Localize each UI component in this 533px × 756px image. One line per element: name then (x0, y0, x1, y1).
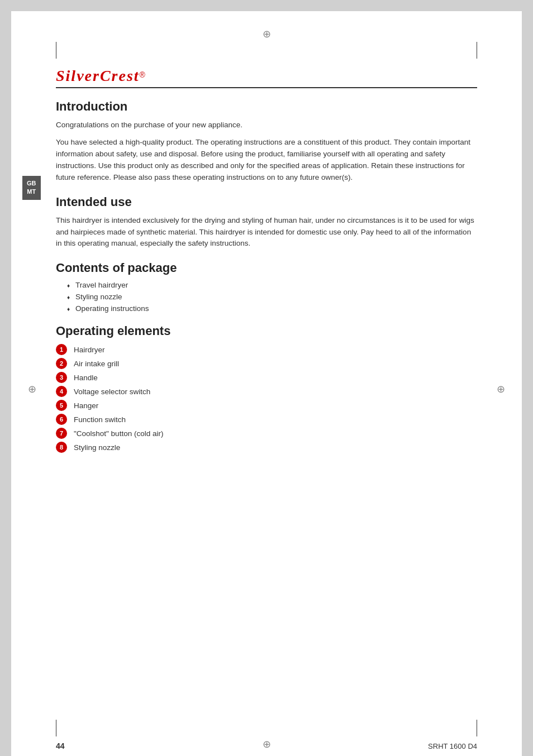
item-number-5: 5 (56, 400, 67, 411)
border-line-top-right (477, 42, 477, 59)
op-item-label-7: "Coolshot" button (cold air) (74, 429, 163, 438)
list-item: ♦ Travel hairdryer (67, 281, 477, 289)
item-number-2: 2 (56, 358, 67, 369)
item-number-6: 6 (56, 414, 67, 425)
contents-item-3: Operating instructions (75, 304, 149, 313)
item-number-7: 7 (56, 428, 67, 439)
contents-heading: Contents of package (56, 261, 477, 275)
page-number: 44 (56, 741, 65, 750)
registered-mark: ® (140, 70, 145, 79)
contents-item-1: Travel hairdryer (75, 281, 128, 289)
list-item: ♦ Styling nozzle (67, 293, 477, 301)
language-badge: GB MT (22, 176, 41, 200)
op-item-label-1: Hairdryer (74, 346, 105, 354)
reg-mark-right: ⊕ (497, 383, 505, 395)
bullet-diamond: ♦ (67, 283, 70, 289)
op-item-label-6: Function switch (74, 415, 126, 424)
reg-mark-top: ⊕ (263, 28, 271, 40)
page-footer: 44 SRHT 1600 D4 (56, 741, 477, 750)
contents-item-2: Styling nozzle (75, 293, 122, 301)
intended-use-paragraph: This hairdryer is intended exclusively f… (56, 215, 477, 250)
model-number: SRHT 1600 D4 (428, 742, 477, 750)
operating-elements-section: Operating elements 1 Hairdryer 2 Air int… (56, 324, 477, 453)
introduction-heading: Introduction (56, 99, 477, 114)
item-number-3: 3 (56, 372, 67, 383)
list-item: 7 "Coolshot" button (cold air) (56, 428, 477, 439)
list-item: 1 Hairdryer (56, 344, 477, 355)
lang-gb: GB (27, 180, 36, 186)
intended-use-section: Intended use This hairdryer is intended … (56, 195, 477, 250)
op-item-label-3: Handle (74, 374, 98, 382)
bullet-diamond: ♦ (67, 306, 70, 312)
op-item-label-2: Air intake grill (74, 360, 119, 368)
introduction-section: Introduction Congratulations on the purc… (56, 99, 477, 184)
bullet-diamond: ♦ (67, 294, 70, 300)
border-line-top-left (56, 42, 56, 59)
op-item-label-4: Voltage selector switch (74, 387, 150, 396)
list-item: 2 Air intake grill (56, 358, 477, 369)
brand-logo: SilverCrest (56, 67, 140, 84)
op-item-label-8: Styling nozzle (74, 443, 120, 452)
reg-mark-left: ⊕ (28, 383, 36, 395)
operating-elements-heading: Operating elements (56, 324, 477, 338)
logo-area: SilverCrest® (56, 67, 477, 85)
list-item: 8 Styling nozzle (56, 442, 477, 453)
content-area: GB MT SilverCrest® Introduction Congratu… (56, 67, 477, 453)
item-number-1: 1 (56, 344, 67, 355)
contents-section: Contents of package ♦ Travel hairdryer ♦… (56, 261, 477, 313)
list-item: 4 Voltage selector switch (56, 386, 477, 397)
introduction-paragraph2: You have selected a high-quality product… (56, 137, 477, 184)
list-item: 3 Handle (56, 372, 477, 383)
item-number-8: 8 (56, 442, 67, 453)
border-line-bottom-left (56, 720, 56, 736)
lang-mt: MT (27, 188, 36, 195)
list-item: 5 Hanger (56, 400, 477, 411)
intended-use-heading: Intended use (56, 195, 477, 209)
op-item-label-5: Hanger (74, 401, 98, 410)
contents-list: ♦ Travel hairdryer ♦ Styling nozzle ♦ Op… (67, 281, 477, 313)
list-item: ♦ Operating instructions (67, 304, 477, 313)
page: ⊕ ⊕ ⊕ ⊕ GB MT SilverCrest® Introduction … (11, 11, 522, 756)
border-line-bottom-right (477, 720, 477, 736)
introduction-paragraph1: Congratulations on the purchase of your … (56, 119, 477, 131)
operating-elements-list: 1 Hairdryer 2 Air intake grill 3 Handle … (56, 344, 477, 453)
list-item: 6 Function switch (56, 414, 477, 425)
item-number-4: 4 (56, 386, 67, 397)
logo-divider (56, 87, 477, 88)
